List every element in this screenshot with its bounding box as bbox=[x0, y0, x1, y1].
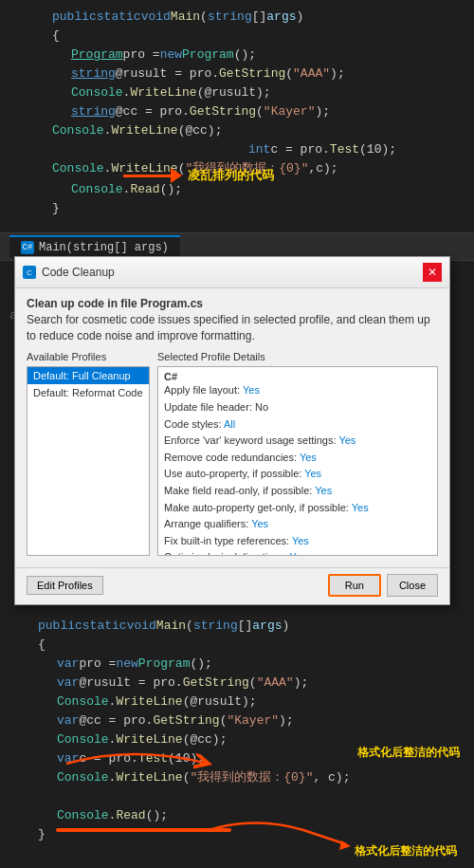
code-line: Program pro = new Program (); bbox=[0, 46, 474, 65]
detail-row: Enforce 'var' keyword usage settings: Ye… bbox=[164, 433, 431, 450]
details-panel: Selected Profile Details C# Apply file l… bbox=[157, 351, 438, 556]
keyword: static bbox=[97, 8, 141, 27]
detail-row: Remove code redundancies: Yes bbox=[164, 450, 431, 467]
arrow-svg bbox=[57, 745, 246, 783]
annotation-text-clean: 格式化后整洁的代码 bbox=[357, 745, 460, 761]
annotation-text-messy: 凌乱排列的代码 bbox=[188, 167, 274, 184]
code-line: var pro = new Program (); bbox=[0, 655, 474, 674]
code-cleanup-dialog: C Code Cleanup ✕ Clean up code in file P… bbox=[14, 256, 450, 605]
keyword: public bbox=[52, 8, 97, 27]
code-line: } bbox=[0, 199, 474, 218]
cs-icon: C# bbox=[21, 241, 34, 254]
detail-row: Use auto-property, if possible: Yes bbox=[164, 466, 431, 483]
code-line: public static void Main ( string [] args… bbox=[0, 617, 474, 636]
svg-marker-0 bbox=[339, 840, 351, 850]
dialog-title-left: C Code Cleanup bbox=[23, 266, 115, 279]
profiles-header: Available Profiles bbox=[27, 351, 150, 362]
dialog-subtitle: Clean up code in file Program.cs Search … bbox=[27, 296, 438, 343]
dialog-close-button[interactable]: ✕ bbox=[423, 263, 442, 282]
annotation-clean: 格式化后整洁的代码 bbox=[357, 745, 460, 761]
detail-row: Code styles: All bbox=[164, 416, 431, 434]
profile-item-full-cleanup[interactable]: Default: Full Cleanup bbox=[27, 367, 149, 384]
details-header: Selected Profile Details bbox=[157, 351, 438, 362]
detail-row: Apply file layout: Yes bbox=[164, 382, 431, 399]
detail-row: Update file header: No bbox=[164, 399, 431, 416]
clean-arrow bbox=[57, 745, 246, 787]
detail-row: Make field read-only, if possible: Yes bbox=[164, 483, 431, 500]
annotation-label-clean: 格式化后整洁的代码 bbox=[355, 842, 457, 859]
keyword: void bbox=[141, 8, 171, 27]
close-dialog-button[interactable]: Close bbox=[387, 574, 438, 597]
detail-lang: C# bbox=[164, 371, 431, 382]
profiles-list[interactable]: Default: Full Cleanup Default: Reformat … bbox=[27, 366, 150, 556]
dialog-title-text: Code Cleanup bbox=[42, 266, 115, 279]
empty-line bbox=[0, 787, 474, 806]
code-line: var @cc = pro. GetString ( "Kayer" ); bbox=[0, 711, 474, 730]
code-line: int c = pro. Test (10); bbox=[0, 140, 474, 159]
dialog-icon: C bbox=[23, 266, 36, 279]
detail-row: Fix built-in type references: Yes bbox=[164, 533, 431, 550]
code-line: var @rusult = pro. GetString ( "AAA" ); bbox=[0, 674, 474, 693]
annotation-messy: 凌乱排列的代码 bbox=[123, 167, 274, 184]
tab-item-active[interactable]: C# Main(string[] args) bbox=[9, 235, 180, 258]
dialog-titlebar: C Code Cleanup ✕ bbox=[15, 257, 449, 288]
code-line: { bbox=[0, 636, 474, 655]
tab-label: Main(string[] args) bbox=[39, 241, 169, 254]
code-line: string @cc = pro. GetString ( "Kayer" ); bbox=[0, 102, 474, 121]
dialog-body: Clean up code in file Program.cs Search … bbox=[15, 288, 449, 563]
run-button[interactable]: Run bbox=[328, 574, 381, 597]
edit-profiles-button[interactable]: Edit Profiles bbox=[27, 576, 103, 595]
method-name: Main bbox=[171, 8, 200, 27]
detail-row: Arrange qualifiers: Yes bbox=[164, 516, 431, 533]
top-code-section: public static void Main ( string [] args… bbox=[0, 0, 474, 232]
code-line: Console . WriteLine (@cc); bbox=[0, 121, 474, 140]
code-line: { bbox=[0, 27, 474, 46]
code-line: Console . WriteLine (@rusult); bbox=[0, 83, 474, 102]
detail-row: Optimize 'using' directives: Yes bbox=[164, 549, 431, 556]
bottom-code-section: 格式化后整洁的代码 public static void Main ( stri… bbox=[0, 607, 474, 868]
bottom-annotation-arrow bbox=[209, 816, 360, 868]
code-line: Console . WriteLine (@rusult); bbox=[0, 693, 474, 711]
dialog-footer: Edit Profiles Run Close bbox=[15, 567, 449, 604]
code-line: string @rusult = pro. GetString ( "AAA" … bbox=[0, 65, 474, 83]
profiles-panel: Available Profiles Default: Full Cleanup… bbox=[27, 351, 150, 556]
dialog-panels: Available Profiles Default: Full Cleanup… bbox=[27, 351, 438, 556]
code-line: public static void Main ( string [] args… bbox=[0, 8, 474, 27]
dialog-action-buttons: Run Close bbox=[328, 574, 438, 597]
detail-row: Make auto-property get-only, if possible… bbox=[164, 500, 431, 517]
profile-item-reformat[interactable]: Default: Reformat Code bbox=[27, 384, 149, 401]
profile-details-list[interactable]: C# Apply file layout: Yes Update file he… bbox=[157, 366, 438, 556]
